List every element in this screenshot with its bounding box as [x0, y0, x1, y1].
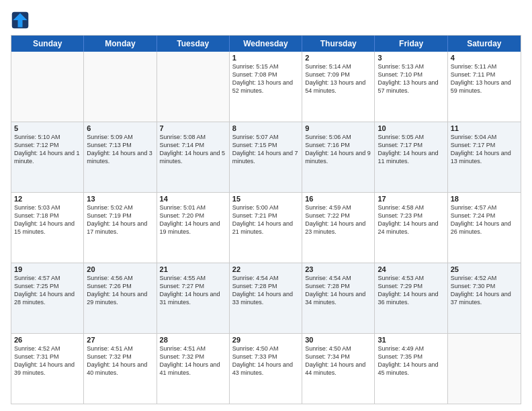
cell-sun-info: Sunrise: 4:57 AM Sunset: 7:24 PM Dayligh…	[451, 203, 518, 236]
logo	[11, 11, 32, 30]
page-header	[11, 11, 521, 30]
calendar-row-0: 1Sunrise: 5:15 AM Sunset: 7:08 PM Daylig…	[11, 52, 521, 122]
cell-date-number: 29	[232, 336, 299, 344]
weekday-header-sunday: Sunday	[11, 36, 84, 52]
cell-sun-info: Sunrise: 5:10 AM Sunset: 7:12 PM Dayligh…	[14, 133, 81, 166]
calendar-cell-3: 3Sunrise: 5:13 AM Sunset: 7:10 PM Daylig…	[375, 52, 447, 122]
cell-sun-info: Sunrise: 4:53 AM Sunset: 7:29 PM Dayligh…	[378, 274, 444, 307]
cell-sun-info: Sunrise: 5:08 AM Sunset: 7:14 PM Dayligh…	[160, 133, 226, 166]
calendar-cell-empty-0	[11, 52, 84, 122]
cell-date-number: 14	[160, 195, 226, 203]
calendar-row-1: 5Sunrise: 5:10 AM Sunset: 7:12 PM Daylig…	[11, 122, 521, 192]
calendar-cell-22: 22Sunrise: 4:54 AM Sunset: 7:28 PM Dayli…	[230, 263, 302, 333]
calendar-cell-26: 26Sunrise: 4:52 AM Sunset: 7:31 PM Dayli…	[11, 334, 84, 404]
cell-sun-info: Sunrise: 4:55 AM Sunset: 7:27 PM Dayligh…	[160, 274, 226, 307]
cell-sun-info: Sunrise: 5:05 AM Sunset: 7:17 PM Dayligh…	[378, 133, 444, 166]
calendar-row-4: 26Sunrise: 4:52 AM Sunset: 7:31 PM Dayli…	[11, 333, 521, 404]
weekday-header-friday: Friday	[375, 36, 447, 52]
cell-date-number: 21	[160, 265, 226, 273]
calendar-cell-8: 8Sunrise: 5:07 AM Sunset: 7:15 PM Daylig…	[230, 122, 302, 192]
weekday-header-tuesday: Tuesday	[157, 36, 230, 52]
cell-sun-info: Sunrise: 5:09 AM Sunset: 7:13 PM Dayligh…	[87, 133, 153, 166]
cell-sun-info: Sunrise: 4:57 AM Sunset: 7:25 PM Dayligh…	[14, 274, 81, 307]
cell-sun-info: Sunrise: 4:49 AM Sunset: 7:35 PM Dayligh…	[378, 345, 444, 377]
cell-date-number: 3	[378, 54, 444, 62]
cell-sun-info: Sunrise: 5:02 AM Sunset: 7:19 PM Dayligh…	[87, 203, 153, 236]
cell-date-number: 13	[87, 195, 153, 203]
cell-date-number: 7	[160, 124, 226, 132]
cell-sun-info: Sunrise: 4:54 AM Sunset: 7:28 PM Dayligh…	[232, 274, 299, 307]
cell-sun-info: Sunrise: 4:59 AM Sunset: 7:22 PM Dayligh…	[305, 203, 371, 236]
calendar: SundayMondayTuesdayWednesdayThursdayFrid…	[11, 35, 521, 404]
cell-date-number: 22	[232, 265, 299, 273]
weekday-header-saturday: Saturday	[448, 36, 521, 52]
calendar-header: SundayMondayTuesdayWednesdayThursdayFrid…	[11, 36, 521, 52]
calendar-cell-12: 12Sunrise: 5:03 AM Sunset: 7:18 PM Dayli…	[11, 193, 84, 263]
calendar-cell-29: 29Sunrise: 4:50 AM Sunset: 7:33 PM Dayli…	[230, 334, 302, 404]
cell-date-number: 20	[87, 265, 153, 273]
cell-sun-info: Sunrise: 4:58 AM Sunset: 7:23 PM Dayligh…	[378, 203, 444, 236]
cell-sun-info: Sunrise: 5:11 AM Sunset: 7:11 PM Dayligh…	[451, 62, 518, 95]
calendar-cell-28: 28Sunrise: 4:51 AM Sunset: 7:32 PM Dayli…	[157, 334, 230, 404]
cell-date-number: 27	[87, 336, 153, 344]
cell-sun-info: Sunrise: 5:03 AM Sunset: 7:18 PM Dayligh…	[14, 203, 81, 236]
cell-date-number: 11	[451, 124, 518, 132]
calendar-cell-18: 18Sunrise: 4:57 AM Sunset: 7:24 PM Dayli…	[448, 193, 521, 263]
cell-sun-info: Sunrise: 5:15 AM Sunset: 7:08 PM Dayligh…	[232, 62, 299, 95]
cell-sun-info: Sunrise: 4:50 AM Sunset: 7:34 PM Dayligh…	[305, 345, 371, 377]
calendar-cell-2: 2Sunrise: 5:14 AM Sunset: 7:09 PM Daylig…	[302, 52, 375, 122]
cell-date-number: 24	[378, 265, 444, 273]
cell-date-number: 1	[232, 54, 299, 62]
cell-date-number: 26	[14, 336, 81, 344]
calendar-row-2: 12Sunrise: 5:03 AM Sunset: 7:18 PM Dayli…	[11, 192, 521, 263]
calendar-cell-empty-6	[448, 334, 521, 404]
calendar-cell-6: 6Sunrise: 5:09 AM Sunset: 7:13 PM Daylig…	[84, 122, 157, 192]
calendar-cell-14: 14Sunrise: 5:01 AM Sunset: 7:20 PM Dayli…	[157, 193, 230, 263]
cell-date-number: 10	[378, 124, 444, 132]
calendar-cell-7: 7Sunrise: 5:08 AM Sunset: 7:14 PM Daylig…	[157, 122, 230, 192]
calendar-cell-19: 19Sunrise: 4:57 AM Sunset: 7:25 PM Dayli…	[11, 263, 84, 333]
calendar-cell-17: 17Sunrise: 4:58 AM Sunset: 7:23 PM Dayli…	[375, 193, 447, 263]
cell-date-number: 4	[451, 54, 518, 62]
cell-sun-info: Sunrise: 4:52 AM Sunset: 7:31 PM Dayligh…	[14, 345, 81, 377]
cell-date-number: 25	[451, 265, 518, 273]
cell-date-number: 5	[14, 124, 81, 132]
cell-date-number: 12	[14, 195, 81, 203]
cell-date-number: 9	[305, 124, 371, 132]
cell-date-number: 18	[451, 195, 518, 203]
calendar-cell-27: 27Sunrise: 4:51 AM Sunset: 7:32 PM Dayli…	[84, 334, 157, 404]
weekday-header-thursday: Thursday	[302, 36, 375, 52]
cell-sun-info: Sunrise: 5:13 AM Sunset: 7:10 PM Dayligh…	[378, 62, 444, 95]
calendar-cell-1: 1Sunrise: 5:15 AM Sunset: 7:08 PM Daylig…	[230, 52, 302, 122]
calendar-cell-23: 23Sunrise: 4:54 AM Sunset: 7:28 PM Dayli…	[302, 263, 375, 333]
cell-date-number: 15	[232, 195, 299, 203]
calendar-cell-10: 10Sunrise: 5:05 AM Sunset: 7:17 PM Dayli…	[375, 122, 447, 192]
cell-sun-info: Sunrise: 4:56 AM Sunset: 7:26 PM Dayligh…	[87, 274, 153, 307]
cell-sun-info: Sunrise: 5:04 AM Sunset: 7:17 PM Dayligh…	[451, 133, 518, 166]
cell-date-number: 30	[305, 336, 371, 344]
calendar-cell-4: 4Sunrise: 5:11 AM Sunset: 7:11 PM Daylig…	[448, 52, 521, 122]
calendar-cell-empty-2	[157, 52, 230, 122]
cell-date-number: 2	[305, 54, 371, 62]
cell-sun-info: Sunrise: 5:01 AM Sunset: 7:20 PM Dayligh…	[160, 203, 226, 236]
calendar-cell-5: 5Sunrise: 5:10 AM Sunset: 7:12 PM Daylig…	[11, 122, 84, 192]
calendar-cell-24: 24Sunrise: 4:53 AM Sunset: 7:29 PM Dayli…	[375, 263, 447, 333]
calendar-cell-9: 9Sunrise: 5:06 AM Sunset: 7:16 PM Daylig…	[302, 122, 375, 192]
cell-date-number: 17	[378, 195, 444, 203]
calendar-page: SundayMondayTuesdayWednesdayThursdayFrid…	[0, 0, 532, 411]
calendar-cell-empty-1	[84, 52, 157, 122]
weekday-header-monday: Monday	[84, 36, 157, 52]
calendar-body: 1Sunrise: 5:15 AM Sunset: 7:08 PM Daylig…	[11, 52, 521, 404]
cell-date-number: 8	[232, 124, 299, 132]
cell-date-number: 16	[305, 195, 371, 203]
weekday-header-wednesday: Wednesday	[230, 36, 302, 52]
cell-date-number: 31	[378, 336, 444, 344]
calendar-row-3: 19Sunrise: 4:57 AM Sunset: 7:25 PM Dayli…	[11, 263, 521, 333]
cell-sun-info: Sunrise: 4:50 AM Sunset: 7:33 PM Dayligh…	[232, 345, 299, 377]
cell-sun-info: Sunrise: 5:00 AM Sunset: 7:21 PM Dayligh…	[232, 203, 299, 236]
cell-sun-info: Sunrise: 4:54 AM Sunset: 7:28 PM Dayligh…	[305, 274, 371, 307]
calendar-cell-13: 13Sunrise: 5:02 AM Sunset: 7:19 PM Dayli…	[84, 193, 157, 263]
calendar-cell-15: 15Sunrise: 5:00 AM Sunset: 7:21 PM Dayli…	[230, 193, 302, 263]
calendar-cell-16: 16Sunrise: 4:59 AM Sunset: 7:22 PM Dayli…	[302, 193, 375, 263]
calendar-cell-25: 25Sunrise: 4:52 AM Sunset: 7:30 PM Dayli…	[448, 263, 521, 333]
